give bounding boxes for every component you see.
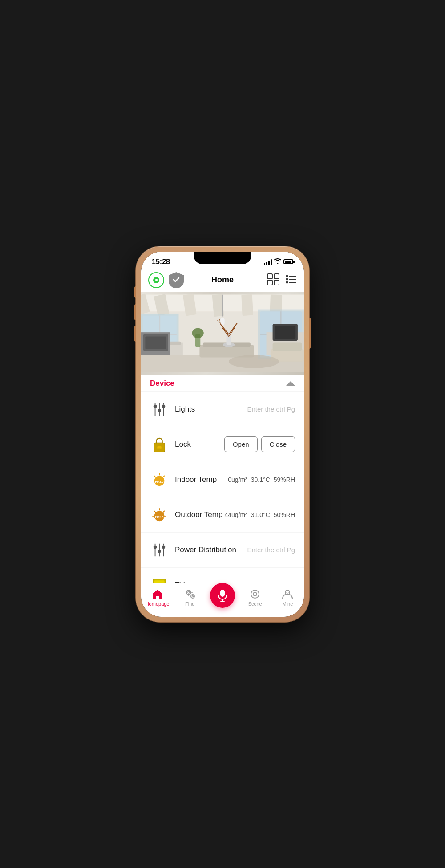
svg-rect-3 xyxy=(274,280,279,285)
collapse-icon[interactable] xyxy=(286,381,295,386)
bottom-nav: Homepage Find xyxy=(141,583,304,617)
lock-name: Lock xyxy=(175,440,224,449)
mic-button[interactable] xyxy=(210,583,235,608)
svg-point-53 xyxy=(154,404,157,408)
svg-point-50 xyxy=(229,355,279,368)
menu-icon[interactable] xyxy=(285,274,297,286)
indoor-rh: 59%RH xyxy=(274,476,295,483)
device-section-label: Device xyxy=(150,379,174,388)
homepage-icon xyxy=(152,588,163,600)
svg-line-77 xyxy=(154,511,156,512)
lights-name: Lights xyxy=(175,405,247,414)
header-title: Home xyxy=(211,275,234,285)
tv-icon xyxy=(150,576,169,583)
screen: 15:28 xyxy=(141,252,304,617)
nav-item-mic[interactable] xyxy=(209,587,236,608)
svg-point-56 xyxy=(158,409,161,412)
svg-rect-1 xyxy=(274,274,279,279)
hero-image xyxy=(141,292,304,375)
homepage-label: Homepage xyxy=(146,601,170,607)
svg-text:PM2.5: PM2.5 xyxy=(155,515,163,518)
grid-icon[interactable] xyxy=(267,273,280,287)
list-item[interactable]: PM2.5 Outdoor Temp 44ug/m³ 31.0°C 50%RH xyxy=(141,497,304,533)
outdoor-temp-icon: PM2.5 xyxy=(150,505,169,524)
lights-icon xyxy=(150,400,169,419)
svg-line-70 xyxy=(154,476,156,477)
svg-point-85 xyxy=(162,545,166,549)
mine-label: Mine xyxy=(282,601,293,607)
svg-point-102 xyxy=(253,592,257,596)
svg-point-92 xyxy=(186,590,191,595)
status-icons xyxy=(264,258,293,265)
shield-icon[interactable] xyxy=(169,272,185,288)
list-item[interactable]: PM2.5 Indoor Temp 0ug/m³ 30.1°C xyxy=(141,462,304,497)
outdoor-rh: 50%RH xyxy=(274,511,295,518)
device-section-header: Device xyxy=(141,375,304,392)
outdoor-pm25: 44ug/m³ xyxy=(224,511,247,518)
power-distribution-icon xyxy=(150,541,169,559)
svg-point-101 xyxy=(251,590,259,598)
svg-rect-47 xyxy=(275,326,295,339)
status-time: 15:28 xyxy=(152,258,170,266)
svg-point-4 xyxy=(286,275,288,277)
list-item[interactable]: TV Enter the ctrl Pg xyxy=(141,568,304,583)
device-list: Device xyxy=(141,375,304,583)
header-left xyxy=(148,272,267,288)
scene-icon xyxy=(249,588,261,600)
camera-icon[interactable] xyxy=(148,272,164,288)
svg-point-94 xyxy=(191,595,194,598)
battery-icon xyxy=(283,259,293,264)
svg-line-68 xyxy=(163,476,165,477)
header-right xyxy=(267,273,297,287)
svg-rect-27 xyxy=(145,336,166,349)
find-label: Find xyxy=(185,601,194,607)
power-distribution-action: Enter the ctrl Pg xyxy=(247,546,295,554)
wifi-icon xyxy=(274,258,281,265)
phone-inner: 15:28 xyxy=(141,252,304,617)
list-item[interactable]: Lights Enter the ctrl Pg xyxy=(141,392,304,427)
svg-rect-64 xyxy=(158,448,161,450)
lights-action: Enter the ctrl Pg xyxy=(247,405,295,413)
svg-point-52 xyxy=(192,328,203,338)
svg-point-82 xyxy=(158,550,161,553)
indoor-temp-values: 0ug/m³ 30.1°C 59%RH xyxy=(228,476,295,483)
outdoor-temp-name: Outdoor Temp xyxy=(175,510,224,519)
find-icon xyxy=(184,588,196,600)
indoor-temp-icon: PM2.5 xyxy=(150,470,169,489)
outdoor-temp-values: 44ug/m³ 31.0°C 50%RH xyxy=(224,511,295,518)
svg-point-93 xyxy=(188,591,190,593)
list-item: Lock Open Close xyxy=(141,427,304,462)
lock-open-button[interactable]: Open xyxy=(224,436,258,452)
volume-up-button xyxy=(134,304,136,320)
list-item[interactable]: Power Distribution Enter the ctrl Pg xyxy=(141,533,304,568)
svg-rect-98 xyxy=(220,590,225,597)
nav-item-find[interactable]: Find xyxy=(177,588,203,607)
mine-icon xyxy=(282,588,293,600)
nav-item-mine[interactable]: Mine xyxy=(274,588,301,607)
indoor-temp-name: Indoor Temp xyxy=(175,475,228,484)
signal-icon xyxy=(264,259,272,265)
phone-shell: 15:28 xyxy=(136,246,309,622)
indoor-temp: 30.1°C xyxy=(251,476,270,483)
app-header: Home xyxy=(141,269,304,292)
lock-close-button[interactable]: Close xyxy=(261,436,295,452)
power-button xyxy=(309,318,311,349)
silent-switch xyxy=(134,286,136,298)
lock-buttons: Open Close xyxy=(224,436,295,452)
svg-rect-63 xyxy=(157,446,161,449)
nav-item-homepage[interactable]: Homepage xyxy=(144,588,171,607)
svg-point-59 xyxy=(162,404,166,408)
svg-point-95 xyxy=(192,596,193,597)
svg-point-79 xyxy=(154,545,157,549)
scene-label: Scene xyxy=(248,601,262,607)
notch xyxy=(194,252,251,264)
nav-item-scene[interactable]: Scene xyxy=(242,588,268,607)
lock-icon xyxy=(150,435,169,454)
svg-point-6 xyxy=(286,278,288,280)
camera-dot xyxy=(153,277,159,283)
svg-rect-2 xyxy=(267,280,272,285)
indoor-pm25: 0ug/m³ xyxy=(228,476,247,483)
svg-rect-0 xyxy=(267,274,272,279)
svg-rect-49 xyxy=(273,342,302,351)
outdoor-temp: 31.0°C xyxy=(251,511,270,518)
